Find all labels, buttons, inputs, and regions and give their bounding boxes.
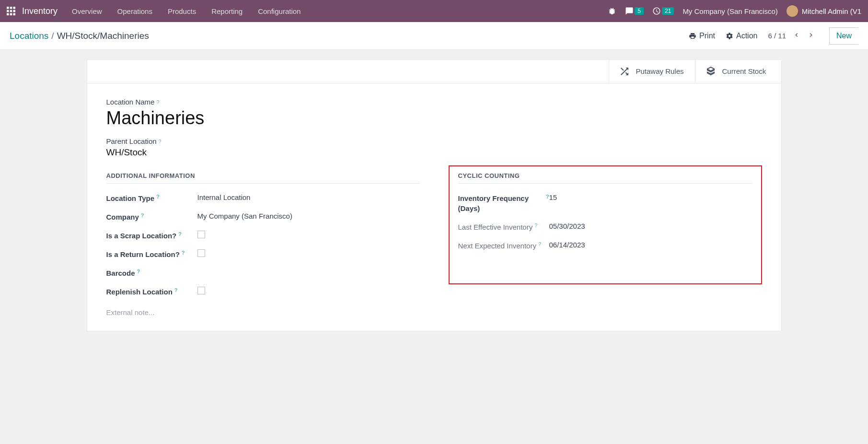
- breadcrumb-current: WH/Stock/Machineries: [57, 31, 149, 41]
- action-label: Action: [736, 32, 757, 40]
- is-return-checkbox[interactable]: [197, 249, 205, 257]
- shuffle-icon: [619, 66, 630, 77]
- bug-icon[interactable]: [608, 7, 616, 15]
- company-label: Company ?: [106, 212, 197, 222]
- help-icon[interactable]: ?: [182, 249, 185, 257]
- is-scrap-checkbox[interactable]: [197, 231, 205, 238]
- svg-rect-1: [10, 7, 12, 9]
- help-icon[interactable]: ?: [534, 222, 537, 229]
- breadcrumb: Locations / WH/Stock/Machineries: [10, 31, 149, 41]
- svg-rect-7: [10, 13, 12, 16]
- replenish-row: Replenish Location ?: [106, 287, 420, 297]
- svg-rect-5: [13, 10, 16, 12]
- cubes-icon: [705, 66, 717, 77]
- putaway-label: Putaway Rules: [636, 67, 684, 76]
- avatar: [787, 5, 798, 17]
- nav-products[interactable]: Products: [168, 7, 196, 15]
- user-menu[interactable]: Mitchell Admin (V1: [787, 5, 861, 17]
- svg-rect-0: [7, 7, 9, 9]
- help-icon[interactable]: ?: [137, 268, 140, 275]
- barcode-row: Barcode ?: [106, 268, 420, 278]
- help-icon[interactable]: ?: [538, 241, 541, 248]
- breadcrumb-sep: /: [51, 31, 54, 41]
- location-type-value[interactable]: Internal Location: [197, 193, 251, 201]
- nav-menu: Overview Operations Products Reporting C…: [72, 7, 301, 15]
- pager: 6 / 11: [768, 31, 815, 40]
- form-sheet: Putaway Rules Current Stock Location Nam…: [87, 59, 782, 331]
- help-icon[interactable]: ?: [156, 193, 160, 200]
- next-inv-label: Next Expected Inventory ?: [458, 241, 549, 251]
- nav-overview[interactable]: Overview: [72, 7, 102, 15]
- putaway-rules-button[interactable]: Putaway Rules: [609, 60, 695, 83]
- location-type-row: Location Type ? Internal Location: [106, 193, 420, 203]
- pager-text: 6 / 11: [768, 32, 786, 40]
- additional-info-title: ADDITIONAL INFORMATION: [106, 172, 420, 184]
- is-return-row: Is a Return Location? ?: [106, 249, 420, 259]
- nav-configuration[interactable]: Configuration: [258, 7, 301, 15]
- current-stock-label: Current Stock: [722, 67, 766, 76]
- pager-prev[interactable]: [793, 31, 800, 40]
- help-icon[interactable]: ?: [178, 231, 182, 238]
- current-stock-button[interactable]: Current Stock: [695, 60, 781, 83]
- next-inv-value[interactable]: 06/14/2023: [549, 241, 585, 249]
- last-inv-row: Last Effective Inventory ? 05/30/2023: [458, 222, 752, 232]
- user-name: Mitchell Admin (V1: [802, 7, 861, 15]
- help-icon[interactable]: ?: [174, 287, 178, 294]
- apps-icon[interactable]: [7, 7, 15, 15]
- print-label: Print: [699, 32, 715, 40]
- cyclic-title: CYCLIC COUNTING: [458, 172, 752, 184]
- topbar-right: 5 21 My Company (San Francisco) Mitchell…: [608, 5, 861, 17]
- print-icon: [689, 32, 696, 40]
- location-name-value[interactable]: Machineries: [106, 108, 762, 129]
- stat-buttons: Putaway Rules Current Stock: [87, 60, 781, 83]
- help-icon[interactable]: ?: [546, 193, 549, 200]
- is-scrap-label: Is a Scrap Location? ?: [106, 231, 197, 241]
- nav-reporting[interactable]: Reporting: [211, 7, 243, 15]
- external-note[interactable]: External note...: [106, 308, 420, 316]
- parent-location-value[interactable]: WH/Stock: [106, 147, 762, 158]
- replenish-label: Replenish Location ?: [106, 287, 197, 297]
- messages-icon[interactable]: 5: [625, 7, 644, 15]
- location-name-label: Location Name ?: [106, 98, 762, 106]
- location-type-label: Location Type ?: [106, 193, 197, 203]
- activities-icon[interactable]: 21: [652, 7, 674, 15]
- inv-freq-row: Inventory Frequency (Days) ? 15: [458, 193, 752, 213]
- is-scrap-row: Is a Scrap Location? ?: [106, 231, 420, 241]
- pager-next[interactable]: [807, 31, 815, 40]
- inv-freq-value[interactable]: 15: [549, 193, 557, 201]
- replenish-checkbox[interactable]: [197, 287, 205, 294]
- help-icon[interactable]: ?: [141, 212, 144, 219]
- next-inv-row: Next Expected Inventory ? 06/14/2023: [458, 241, 752, 251]
- svg-rect-3: [7, 10, 9, 12]
- left-column: ADDITIONAL INFORMATION Location Type ? I…: [106, 172, 420, 316]
- toolbar-right: Print Action 6 / 11 New: [689, 27, 858, 45]
- nav-operations[interactable]: Operations: [117, 7, 152, 15]
- company-row: Company ? My Company (San Francisco): [106, 212, 420, 222]
- new-button[interactable]: New: [829, 27, 858, 45]
- parent-location-label: Parent Location ?: [106, 137, 762, 145]
- app-title[interactable]: Inventory: [22, 6, 58, 16]
- activities-badge: 21: [662, 7, 674, 15]
- last-inv-label: Last Effective Inventory ?: [458, 222, 549, 232]
- gear-icon: [726, 32, 733, 40]
- right-column: CYCLIC COUNTING Inventory Frequency (Day…: [449, 172, 762, 316]
- topbar: Inventory Overview Operations Products R…: [0, 0, 868, 22]
- print-button[interactable]: Print: [689, 32, 715, 40]
- help-icon[interactable]: ?: [156, 99, 159, 105]
- breadcrumb-root[interactable]: Locations: [10, 31, 48, 41]
- main: Putaway Rules Current Stock Location Nam…: [0, 50, 868, 341]
- form-body: Location Name ? Machineries Parent Locat…: [87, 83, 781, 331]
- is-return-label: Is a Return Location? ?: [106, 249, 197, 259]
- help-icon[interactable]: ?: [159, 139, 162, 144]
- action-button[interactable]: Action: [726, 32, 757, 40]
- messages-badge: 5: [635, 7, 644, 15]
- company-selector[interactable]: My Company (San Francisco): [683, 7, 777, 15]
- cyclic-highlight: CYCLIC COUNTING Inventory Frequency (Day…: [449, 165, 762, 284]
- svg-rect-6: [7, 13, 9, 16]
- last-inv-value[interactable]: 05/30/2023: [549, 222, 585, 230]
- form-columns: ADDITIONAL INFORMATION Location Type ? I…: [106, 172, 762, 316]
- company-value[interactable]: My Company (San Francisco): [197, 212, 292, 220]
- toolbar: Locations / WH/Stock/Machineries Print A…: [0, 22, 868, 50]
- barcode-label: Barcode ?: [106, 268, 197, 278]
- inv-freq-label: Inventory Frequency (Days) ?: [458, 193, 549, 213]
